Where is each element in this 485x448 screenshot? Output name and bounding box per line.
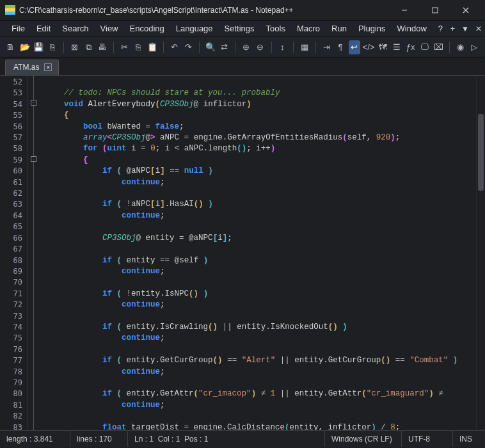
record-icon[interactable]: ◉ [455, 40, 466, 54]
menu-settings[interactable]: Settings [219, 22, 260, 35]
replace-icon[interactable]: ⇄ [219, 40, 230, 54]
code-icon[interactable]: </> [363, 40, 375, 54]
menu-encoding[interactable]: Encoding [125, 22, 170, 35]
dropdown-icon[interactable]: ▼ [461, 24, 469, 33]
find-icon[interactable]: 🔍 [205, 40, 216, 54]
menu-run[interactable]: Run [326, 22, 352, 35]
status-pos: Ln : 1 Col : 1 Pos : 1 [128, 431, 325, 447]
svg-rect-1 [433, 8, 438, 13]
close-panel-icon[interactable]: ✕ [475, 24, 482, 33]
close-button[interactable] [452, 1, 480, 19]
indent-icon[interactable]: ⇥ [321, 40, 332, 54]
toolbar: 🗎 📂 💾 ⎘ ⊠ ⧉ 🖶 ✂ ⎘ 📋 ↶ ↷ 🔍 ⇄ ⊕ ⊖ ↕ ▦ ⇥ ¶ … [0, 37, 485, 58]
menu-help[interactable]: ? [433, 22, 448, 35]
monitor-icon[interactable]: ⌧ [433, 40, 444, 54]
maximize-button[interactable] [421, 1, 449, 19]
fold-toggle-icon[interactable]: − [31, 156, 36, 162]
vertical-scrollbar[interactable] [476, 76, 485, 430]
menu-macro[interactable]: Macro [292, 22, 325, 35]
close-file-icon[interactable]: ⊠ [69, 40, 81, 54]
fold-column: − − [28, 76, 40, 430]
doc-list-icon[interactable]: ☰ [391, 40, 402, 54]
function-icon[interactable]: ƒx [405, 40, 417, 54]
fold-toggle-icon[interactable]: − [31, 100, 36, 106]
redo-icon[interactable]: ↷ [182, 40, 194, 54]
cut-icon[interactable]: ✂ [119, 40, 131, 54]
close-all-icon[interactable]: ⧉ [83, 40, 94, 54]
menu-file[interactable]: File [6, 22, 30, 35]
tab-close-icon[interactable]: ✕ [44, 63, 52, 71]
status-insert[interactable]: INS [453, 431, 485, 447]
undo-icon[interactable]: ↶ [169, 40, 180, 54]
menu-search[interactable]: Search [57, 22, 93, 35]
menu-view[interactable]: View [95, 22, 123, 35]
copy-icon[interactable]: ⎘ [132, 40, 144, 54]
titlebar: C:\CR\catharsis-reborn\cr_base\scripts\A… [0, 0, 485, 20]
toggle-1-icon[interactable]: ▦ [299, 40, 310, 54]
editor: 5253545556575859606162636465666768697071… [0, 76, 485, 430]
window-title: C:\CR\catharsis-reborn\cr_base\scripts\A… [19, 6, 390, 15]
new-file-icon[interactable]: 🗎 [5, 40, 17, 54]
map-icon[interactable]: 🗺 [377, 40, 388, 54]
app-icon [5, 5, 15, 15]
sync-icon[interactable]: ↕ [276, 40, 288, 54]
tab-label: ATM.as [13, 63, 39, 72]
save-all-icon[interactable]: ⎘ [47, 40, 58, 54]
folder-icon[interactable]: 🖵 [419, 40, 431, 54]
pilcrow-icon[interactable]: ¶ [335, 40, 346, 54]
plus-icon[interactable]: + [450, 24, 455, 33]
menu-edit[interactable]: Edit [31, 22, 56, 35]
zoom-out-icon[interactable]: ⊖ [255, 40, 266, 54]
menu-tools[interactable]: Tools [261, 22, 290, 35]
zoom-in-icon[interactable]: ⊕ [241, 40, 252, 54]
status-eol[interactable]: Windows (CR LF) [325, 431, 402, 447]
tabbar: ATM.as ✕ [0, 58, 485, 76]
tab-atm[interactable]: ATM.as ✕ [5, 60, 59, 75]
code-area[interactable]: // todo: NPCs should stare at you... pro… [40, 76, 476, 430]
status-lines: lines : 170 [70, 431, 128, 447]
play-icon[interactable]: ▷ [469, 40, 481, 54]
statusbar: length : 3.841 lines : 170 Ln : 1 Col : … [0, 430, 485, 447]
minimize-button[interactable] [390, 1, 418, 19]
line-number-gutter: 5253545556575859606162636465666768697071… [0, 76, 28, 430]
wordwrap-icon[interactable]: ↩ [349, 40, 360, 54]
scrollbar-thumb[interactable] [478, 114, 484, 191]
open-file-icon[interactable]: 📂 [19, 40, 31, 54]
menubar: File Edit Search View Encoding Language … [0, 20, 485, 37]
paste-icon[interactable]: 📋 [147, 40, 158, 54]
print-icon[interactable]: 🖶 [97, 40, 108, 54]
menu-window[interactable]: Window [392, 22, 432, 35]
menu-plugins[interactable]: Plugins [353, 22, 391, 35]
menu-language[interactable]: Language [171, 22, 218, 35]
status-encoding[interactable]: UTF-8 [402, 431, 453, 447]
save-icon[interactable]: 💾 [33, 40, 44, 54]
